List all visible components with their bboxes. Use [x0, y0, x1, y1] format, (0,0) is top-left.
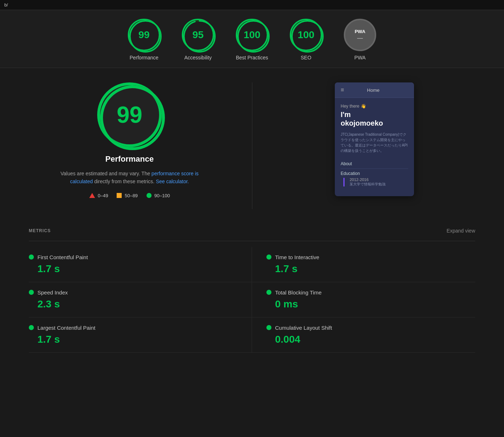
preview-body-text: JTC(Japanese Traditional Company)でクラウドを使… [341, 132, 408, 153]
metric-item-cls: Cumulative Layout Shift 0.004 [252, 317, 475, 353]
preview-menu-icon: ≡ [341, 87, 344, 93]
metric-dot-lcp [29, 325, 34, 330]
preview-title: Home [367, 87, 380, 93]
good-dot-icon [147, 193, 152, 198]
svg-point-5 [238, 21, 269, 52]
metrics-header: METRICS Expand view [29, 224, 475, 238]
expand-view-button[interactable]: Expand view [447, 228, 475, 234]
metric-header-lcp: Largest Contentful Paint [29, 325, 237, 331]
metric-dot-tti [266, 254, 271, 260]
legend-item-good: 90–100 [147, 193, 170, 198]
big-score-title: Performance [105, 154, 154, 164]
legend-item-average: 50–89 [117, 193, 138, 198]
description-plain-text: Values are estimated and may vary. The [60, 171, 152, 176]
metric-name-tti: Time to Interactive [275, 254, 319, 260]
score-item-best-practices[interactable]: 100 Best Practices [236, 19, 268, 60]
svg-point-1 [130, 21, 161, 52]
average-square-icon [117, 193, 122, 198]
score-item-performance[interactable]: 99 Performance [128, 19, 160, 60]
score-circle-performance: 99 [128, 19, 160, 51]
metric-item-tbt: Total Blocking Time 0 ms [252, 282, 475, 317]
metric-name-lcp: Largest Contentful Paint [37, 325, 95, 331]
score-item-seo[interactable]: 100 SEO [290, 19, 322, 60]
score-circle-pwa: PWA — [344, 19, 376, 51]
preview-bar-icon [343, 178, 345, 186]
score-circle-seo: 100 [290, 19, 322, 51]
preview-nav-education: Education 2012-2016 某大学で情報科学勉強 [341, 169, 408, 190]
score-label-pwa: PWA [354, 55, 365, 60]
metric-dot-fcp [29, 254, 34, 260]
metric-name-fcp: First Contentful Paint [37, 254, 88, 260]
main-content: 99 Performance Values are estimated and … [0, 68, 504, 224]
svg-point-7 [292, 21, 323, 52]
poor-triangle-icon [89, 193, 95, 198]
svg-point-3 [184, 21, 215, 52]
top-bar: b/ [0, 0, 504, 10]
metric-dot-si [29, 290, 34, 295]
metric-header-fcp: First Contentful Paint [29, 254, 237, 260]
preview-sub-date: 2012-2016 某大学で情報科学勉強 [341, 176, 408, 188]
vertical-divider [252, 82, 252, 209]
metric-item-tti: Time to Interactive 1.7 s [252, 247, 475, 282]
website-preview: ≡ Home Hey there 👋 I'mokojomoeko JTC(Jap… [335, 82, 414, 196]
metrics-title: METRICS [29, 228, 51, 233]
left-panel: 99 Performance Values are estimated and … [29, 82, 230, 209]
metrics-top-divider [29, 241, 475, 241]
score-legend: 0–49 50–89 90–100 [89, 193, 170, 198]
preview-body: Hey there 👋 I'mokojomoeko JTC(Japanese T… [335, 98, 414, 196]
legend-label-average: 50–89 [125, 193, 138, 198]
legend-item-poor: 0–49 [89, 193, 108, 198]
score-label-accessibility: Accessibility [184, 55, 212, 60]
pwa-dash-icon: — [357, 35, 363, 41]
score-circle-best-practices: 100 [236, 19, 268, 51]
score-description: Values are estimated and may vary. The p… [50, 170, 209, 186]
metric-name-tbt: Total Blocking Time [275, 289, 321, 296]
metric-dot-cls [266, 325, 271, 330]
metric-name-cls: Cumulative Layout Shift [275, 325, 332, 331]
calculator-link[interactable]: See calculator. [156, 179, 189, 184]
metric-header-si: Speed Index [29, 289, 237, 296]
score-label-best-practices: Best Practices [236, 55, 268, 60]
metric-value-lcp: 1.7 s [29, 334, 237, 345]
preview-header: ≡ Home [335, 82, 414, 98]
url-text: b/ [4, 3, 8, 8]
metric-header-tti: Time to Interactive [266, 254, 475, 260]
metric-item-fcp: First Contentful Paint 1.7 s [29, 247, 252, 282]
metric-value-fcp: 1.7 s [29, 263, 237, 275]
preview-name: I'mokojomoeko [341, 110, 408, 127]
big-score-container: 99 Performance Values are estimated and … [29, 82, 230, 198]
score-label-performance: Performance [130, 55, 158, 60]
score-item-accessibility[interactable]: 95 Accessibility [182, 19, 214, 60]
metric-item-lcp: Largest Contentful Paint 1.7 s [29, 317, 252, 353]
score-header: 99 Performance 95 Accessibility 100 Best… [0, 10, 504, 68]
description-middle-text: directly from these metrics. [94, 179, 156, 184]
score-label-seo: SEO [301, 55, 311, 60]
metric-name-si: Speed Index [37, 289, 68, 296]
metric-value-tti: 1.7 s [266, 263, 475, 275]
metric-header-cls: Cumulative Layout Shift [266, 325, 475, 331]
legend-label-good: 90–100 [154, 193, 170, 198]
metric-value-si: 2.3 s [29, 298, 237, 310]
preview-nav-about: About [341, 159, 408, 169]
metric-value-tbt: 0 ms [266, 298, 475, 310]
score-value-pwa: PWA [355, 29, 365, 34]
legend-label-poor: 0–49 [98, 193, 108, 198]
metric-item-si: Speed Index 2.3 s [29, 282, 252, 317]
preview-greeting: Hey there 👋 [341, 104, 408, 109]
score-item-pwa[interactable]: PWA — PWA [344, 19, 376, 60]
score-circle-accessibility: 95 [182, 19, 214, 51]
svg-point-9 [102, 87, 163, 149]
metric-header-tbt: Total Blocking Time [266, 289, 475, 296]
metrics-section: METRICS Expand view First Contentful Pai… [0, 224, 504, 367]
metric-dot-tbt [266, 290, 271, 295]
big-score-circle: 99 [97, 82, 162, 147]
right-panel: ≡ Home Hey there 👋 I'mokojomoeko JTC(Jap… [274, 82, 476, 209]
metrics-grid: First Contentful Paint 1.7 s Time to Int… [29, 247, 475, 353]
metric-value-cls: 0.004 [266, 334, 475, 345]
